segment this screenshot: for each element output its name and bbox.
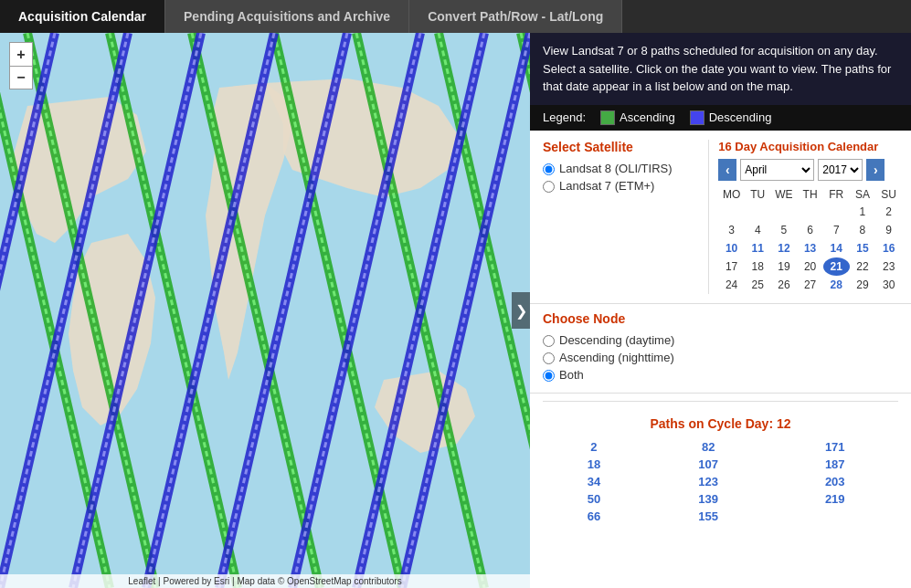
calendar-day[interactable]: 18 [745, 257, 771, 276]
calendar-header-we: WE [771, 186, 798, 203]
node-title: Choose Node [543, 311, 898, 326]
calendar-day[interactable]: 27 [797, 276, 823, 294]
calendar-day [718, 203, 745, 221]
tab-pending[interactable]: Pending Acquisitions and Archive [165, 0, 409, 33]
satellite-radio-landsat8[interactable] [543, 163, 555, 175]
tab-acquisition[interactable]: Acquisition Calendar [0, 0, 165, 33]
calendar-day [771, 203, 798, 221]
satellite-calendar-row: Select Satellite Landsat 8 (OLI/TIRS) La… [530, 131, 911, 304]
path-cell: 203 [771, 473, 898, 490]
map-container: + − [0, 33, 530, 588]
calendar-grid: MOTUWETHFRSASU 1234567891011121314151617… [718, 186, 902, 294]
node-option-ascending[interactable]: Ascending (nighttime) [543, 351, 898, 364]
calendar-day[interactable]: 9 [875, 221, 902, 239]
calendar-day[interactable]: 1 [850, 203, 876, 221]
calendar-day[interactable]: 6 [797, 221, 823, 239]
legend-ascending: Ascending [600, 110, 675, 125]
calendar-day[interactable]: 13 [797, 239, 823, 257]
paths-table: 28217118107187341232035013921966155 [543, 438, 898, 525]
path-cell: 34 [543, 473, 645, 490]
map-attribution: Leaflet | Powered by Esri | Map data © O… [0, 574, 530, 588]
calendar-day[interactable]: 30 [875, 276, 902, 294]
info-box: View Landsat 7 or 8 paths scheduled for … [530, 33, 911, 105]
calendar-day[interactable]: 3 [718, 221, 745, 239]
map-expand-arrow[interactable]: ❯ [512, 292, 530, 329]
calendar-nav: ‹ JanuaryFebruaryMarchAprilMayJuneJulyAu… [718, 159, 902, 181]
node-option-both[interactable]: Both [543, 368, 898, 382]
calendar-header-su: SU [875, 186, 902, 203]
legend-bar: Legend: Ascending Descending [530, 105, 911, 131]
path-cell [771, 508, 898, 525]
calendar-day[interactable]: 21 [823, 257, 850, 276]
zoom-controls: + − [9, 42, 33, 89]
calendar-day[interactable]: 23 [875, 257, 902, 276]
ascending-color-swatch [600, 110, 615, 125]
path-cell: 66 [543, 508, 645, 525]
path-cell: 219 [771, 490, 898, 508]
calendar-next-button[interactable]: › [866, 159, 885, 181]
calendar-day[interactable]: 8 [850, 221, 876, 239]
right-panel: View Landsat 7 or 8 paths scheduled for … [530, 33, 911, 588]
calendar-day[interactable]: 11 [745, 239, 771, 257]
tab-convert[interactable]: Convert Path/Row - Lat/Long [409, 0, 622, 33]
section-divider [543, 401, 898, 402]
path-cell: 82 [645, 438, 772, 456]
calendar-day [745, 203, 771, 221]
calendar-prev-button[interactable]: ‹ [718, 159, 736, 181]
paths-row: 34123203 [543, 473, 898, 490]
calendar-day[interactable]: 10 [718, 239, 745, 257]
calendar-day[interactable]: 26 [771, 276, 798, 294]
calendar-day[interactable]: 29 [850, 276, 876, 294]
tab-bar: Acquisition Calendar Pending Acquisition… [0, 0, 911, 33]
node-radio-descending[interactable] [543, 335, 555, 347]
calendar-header-fr: FR [823, 186, 850, 203]
year-select[interactable]: 20152016201720182019 [818, 159, 863, 181]
calendar-day[interactable]: 28 [823, 276, 850, 294]
calendar-day[interactable]: 24 [718, 276, 745, 294]
satellite-radio-landsat7[interactable] [543, 181, 555, 193]
calendar-day[interactable]: 17 [718, 257, 745, 276]
path-cell: 107 [645, 456, 772, 473]
calendar-section: 16 Day Acquisition Calendar ‹ JanuaryFeb… [709, 140, 911, 294]
node-radio-ascending[interactable] [543, 352, 555, 364]
calendar-title: 16 Day Acquisition Calendar [718, 140, 902, 153]
paths-section: Paths on Cycle Day: 12 28217118107187341… [530, 409, 911, 532]
path-cell: 139 [645, 490, 772, 508]
calendar-day [797, 203, 823, 221]
path-cell: 18 [543, 456, 645, 473]
calendar-day[interactable]: 2 [875, 203, 902, 221]
calendar-day[interactable]: 7 [823, 221, 850, 239]
zoom-out-button[interactable]: − [9, 66, 33, 89]
satellite-option-landsat7[interactable]: Landsat 7 (ETM+) [543, 179, 695, 193]
zoom-in-button[interactable]: + [9, 42, 33, 66]
calendar-day[interactable]: 16 [875, 239, 902, 257]
month-select[interactable]: JanuaryFebruaryMarchAprilMayJuneJulyAugu… [740, 159, 814, 181]
calendar-day[interactable]: 25 [745, 276, 771, 294]
calendar-day[interactable]: 14 [823, 239, 850, 257]
calendar-week-row: 17181920212223 [718, 257, 902, 276]
calendar-week-row: 3456789 [718, 221, 902, 239]
calendar-header-sa: SA [850, 186, 876, 203]
paths-row: 66155 [543, 508, 898, 525]
calendar-day[interactable]: 12 [771, 239, 798, 257]
path-cell: 123 [645, 473, 772, 490]
calendar-day[interactable]: 20 [797, 257, 823, 276]
satellite-option-landsat8[interactable]: Landsat 8 (OLI/TIRS) [543, 162, 695, 175]
main-layout: + − [0, 33, 911, 588]
content-area: Select Satellite Landsat 8 (OLI/TIRS) La… [530, 131, 911, 589]
paths-title: Paths on Cycle Day: 12 [543, 416, 898, 431]
node-option-descending[interactable]: Descending (daytime) [543, 333, 898, 347]
node-radio-both[interactable] [543, 370, 555, 382]
calendar-day[interactable]: 19 [771, 257, 798, 276]
calendar-day[interactable]: 15 [850, 239, 876, 257]
path-cell: 187 [771, 456, 898, 473]
calendar-day[interactable]: 22 [850, 257, 876, 276]
calendar-day[interactable]: 4 [745, 221, 771, 239]
satellite-section: Select Satellite Landsat 8 (OLI/TIRS) La… [530, 140, 709, 294]
paths-row: 18107187 [543, 456, 898, 473]
calendar-week-row: 24252627282930 [718, 276, 902, 294]
path-cell: 155 [645, 508, 772, 525]
path-cell: 171 [771, 438, 898, 456]
calendar-day[interactable]: 5 [771, 221, 798, 239]
descending-color-swatch [690, 110, 704, 125]
